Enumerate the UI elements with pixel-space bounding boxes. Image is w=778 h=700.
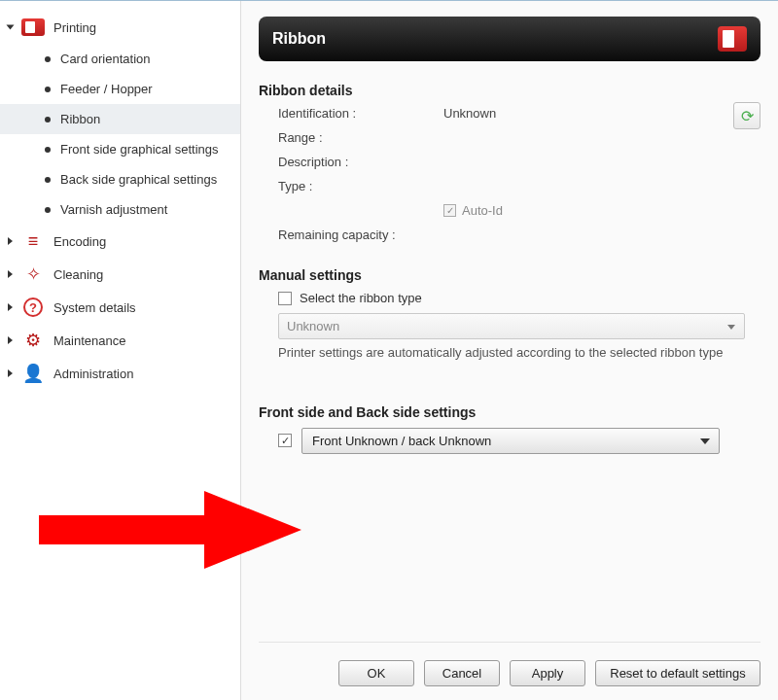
sidebar: Printing Card orientation Feeder / Hoppe… [0, 1, 241, 700]
ok-button[interactable]: OK [338, 660, 414, 686]
sidebar-item-encoding[interactable]: ≡ Encoding [0, 225, 240, 258]
select-ribbon-type-checkbox[interactable] [278, 292, 292, 305]
sides-combo-value: Front Unknown / back Unknown [312, 434, 491, 448]
apply-button[interactable]: Apply [510, 660, 585, 686]
sides-checkbox[interactable] [278, 434, 292, 447]
sidebar-sub-card-orientation[interactable]: Card orientation [0, 44, 240, 74]
ribbon-details-title: Ribbon details [259, 83, 760, 98]
sidebar-item-system[interactable]: ? System details [0, 291, 240, 324]
sidebar-sub-label: Feeder / Hopper [60, 82, 153, 96]
caret-icon [8, 369, 13, 377]
caret-icon [7, 25, 15, 30]
caret-icon [8, 303, 13, 311]
auto-id-checkbox: ✓ [443, 204, 456, 217]
manual-hint: Printer settings are automatically adjus… [278, 345, 745, 362]
panel-title: Ribbon [272, 30, 326, 48]
sidebar-sub-label: Front side graphical settings [60, 142, 219, 157]
sidebar-sub-label: Ribbon [60, 112, 100, 126]
description-label: Description : [278, 155, 424, 169]
sidebar-sub-ribbon[interactable]: Ribbon [0, 104, 240, 134]
auto-id-row: ✓ Auto-Id [443, 203, 760, 218]
sidebar-item-label: Printing [53, 20, 227, 35]
remaining-label: Remaining capacity : [278, 228, 424, 242]
reset-button[interactable]: Reset to default settings [595, 660, 760, 686]
refresh-button[interactable]: ⟳ [733, 102, 760, 129]
ribbon-details: ⟳ Identification : Unknown Range : Descr… [259, 106, 760, 242]
ribbon-type-value: Unknown [287, 319, 339, 333]
question-icon: ? [20, 297, 46, 318]
gear-icon: ⚙ [20, 330, 46, 351]
cancel-button[interactable]: Cancel [424, 660, 500, 686]
type-label: Type : [278, 179, 424, 193]
sidebar-sub-back-graphical[interactable]: Back side graphical settings [0, 164, 240, 194]
sidebar-item-label: Administration [53, 367, 227, 381]
main-panel: Ribbon Ribbon details ⟳ Identification :… [241, 1, 778, 700]
range-label: Range : [278, 130, 424, 145]
cleaning-icon: ✧ [20, 263, 46, 285]
select-ribbon-type-label: Select the ribbon type [300, 291, 422, 305]
sides-combobox[interactable]: Front Unknown / back Unknown [301, 428, 720, 454]
sidebar-sub-feeder[interactable]: Feeder / Hopper [0, 74, 240, 104]
caret-icon [8, 336, 13, 344]
sidebar-item-label: System details [53, 300, 227, 315]
manual-settings-title: Manual settings [259, 267, 760, 283]
ribbon-header-icon [718, 26, 747, 52]
sidebar-item-label: Maintenance [53, 333, 227, 348]
caret-icon [8, 270, 13, 278]
sidebar-sub-label: Card orientation [60, 52, 151, 66]
encoding-icon: ≡ [20, 230, 46, 252]
auto-id-label: Auto-Id [462, 203, 503, 218]
sides-title: Front side and Back side settings [259, 404, 760, 420]
sidebar-item-label: Encoding [53, 234, 227, 249]
ribbon-type-combobox[interactable]: Unknown [278, 313, 745, 339]
sidebar-item-maintenance[interactable]: ⚙ Maintenance [0, 324, 240, 357]
panel-header: Ribbon [259, 17, 760, 61]
dialog-buttons: OK Cancel Apply Reset to default setting… [259, 642, 760, 686]
sidebar-item-administration[interactable]: 👤 Administration [0, 357, 240, 390]
sidebar-item-cleaning[interactable]: ✧ Cleaning [0, 258, 240, 291]
printing-icon [20, 17, 46, 38]
sidebar-item-printing[interactable]: Printing [0, 11, 240, 44]
sidebar-item-label: Cleaning [53, 267, 227, 282]
sidebar-sub-label: Varnish adjustment [60, 202, 167, 217]
caret-icon [8, 237, 13, 245]
identification-value: Unknown [443, 106, 760, 121]
sidebar-sub-front-graphical[interactable]: Front side graphical settings [0, 134, 240, 164]
sidebar-sub-varnish[interactable]: Varnish adjustment [0, 194, 240, 225]
sidebar-sub-label: Back side graphical settings [60, 172, 217, 187]
admin-icon: 👤 [20, 363, 46, 384]
identification-label: Identification : [278, 106, 424, 121]
